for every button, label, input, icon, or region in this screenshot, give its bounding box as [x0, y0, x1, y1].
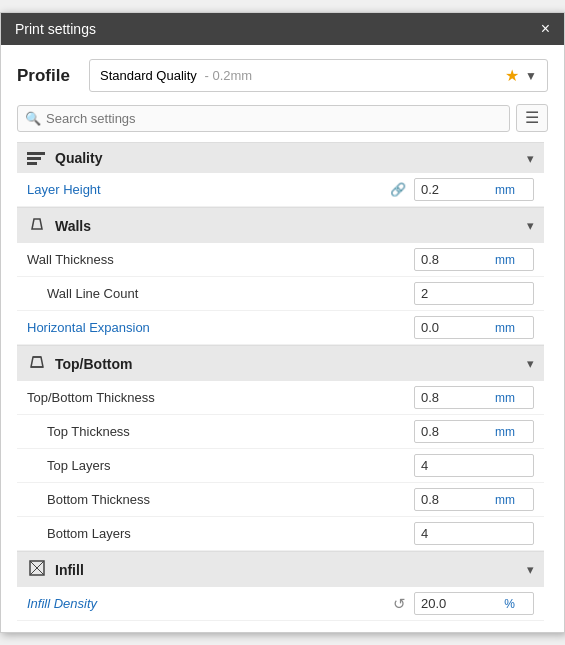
section-infill-header[interactable]: Infill ▾	[17, 551, 544, 587]
wall-thickness-input[interactable]	[415, 249, 495, 270]
horizontal-expansion-input-wrap: mm	[414, 316, 534, 339]
infill-chevron-icon: ▾	[527, 562, 534, 577]
setting-infill-density: Infill Density ↺ %	[17, 587, 544, 621]
bottom-layers-input[interactable]	[415, 523, 515, 544]
infill-icon	[27, 559, 47, 580]
infill-density-input-wrap: %	[414, 592, 534, 615]
setting-layer-height-label: Layer Height	[27, 182, 390, 197]
setting-horizontal-expansion-label: Horizontal Expansion	[27, 320, 414, 335]
profile-value-text: Standard Quality	[100, 68, 197, 83]
profile-row: Profile Standard Quality - 0.2mm ★ ▼	[17, 59, 548, 92]
topbottom-thickness-input[interactable]	[415, 387, 495, 408]
topbottom-chevron-icon: ▾	[527, 356, 534, 371]
bottom-layers-input-wrap	[414, 522, 534, 545]
content-area: Profile Standard Quality - 0.2mm ★ ▼ 🔍 ☰	[1, 45, 564, 632]
setting-topbottom-thickness: Top/Bottom Thickness mm	[17, 381, 544, 415]
wall-line-count-input[interactable]	[415, 283, 515, 304]
svg-marker-1	[31, 357, 43, 367]
setting-topbottom-thickness-label: Top/Bottom Thickness	[27, 390, 414, 405]
section-quality-title: Quality	[55, 150, 527, 166]
topbottom-thickness-input-wrap: mm	[414, 386, 534, 409]
setting-bottom-thickness-label: Bottom Thickness	[47, 492, 414, 507]
quality-icon	[27, 152, 47, 165]
walls-chevron-icon: ▾	[527, 218, 534, 233]
section-walls-header[interactable]: Walls ▾	[17, 207, 544, 243]
setting-wall-thickness-label: Wall Thickness	[27, 252, 414, 267]
profile-select[interactable]: Standard Quality - 0.2mm ★ ▼	[89, 59, 548, 92]
setting-layer-height: Layer Height 🔗 mm	[17, 173, 544, 207]
search-row: 🔍 ☰	[17, 104, 548, 132]
setting-bottom-layers: Bottom Layers	[17, 517, 544, 551]
infill-density-input[interactable]	[415, 593, 495, 614]
section-infill-title: Infill	[55, 562, 527, 578]
star-icon: ★	[505, 66, 519, 85]
bottom-thickness-unit: mm	[495, 490, 521, 510]
layer-height-input-wrap: mm	[414, 178, 534, 201]
top-thickness-unit: mm	[495, 422, 521, 442]
setting-top-layers: Top Layers	[17, 449, 544, 483]
bottom-thickness-input-wrap: mm	[414, 488, 534, 511]
search-input[interactable]	[17, 105, 510, 132]
layer-height-unit: mm	[495, 180, 521, 200]
walls-icon	[27, 215, 47, 236]
link-icon: 🔗	[390, 182, 406, 197]
topbottom-icon	[27, 353, 47, 374]
section-walls-title: Walls	[55, 218, 527, 234]
bottom-thickness-input[interactable]	[415, 489, 495, 510]
profile-value: Standard Quality - 0.2mm	[100, 68, 252, 83]
top-thickness-input[interactable]	[415, 421, 495, 442]
reset-icon[interactable]: ↺	[393, 595, 406, 613]
wall-thickness-unit: mm	[495, 250, 521, 270]
topbottom-thickness-unit: mm	[495, 388, 521, 408]
horizontal-expansion-input[interactable]	[415, 317, 495, 338]
wall-line-count-input-wrap	[414, 282, 534, 305]
search-wrap: 🔍	[17, 105, 510, 132]
print-settings-window: Print settings × Profile Standard Qualit…	[0, 12, 565, 633]
setting-wall-line-count-label: Wall Line Count	[47, 286, 414, 301]
profile-dim: - 0.2mm	[204, 68, 252, 83]
setting-wall-thickness: Wall Thickness mm	[17, 243, 544, 277]
wall-thickness-input-wrap: mm	[414, 248, 534, 271]
setting-wall-line-count: Wall Line Count	[17, 277, 544, 311]
profile-icons: ★ ▼	[505, 66, 537, 85]
top-layers-input[interactable]	[415, 455, 515, 476]
settings-scroll[interactable]: Quality ▾ Layer Height 🔗 mm Wall	[17, 142, 548, 622]
close-button[interactable]: ×	[541, 21, 550, 37]
profile-label: Profile	[17, 66, 77, 86]
setting-bottom-thickness: Bottom Thickness mm	[17, 483, 544, 517]
top-thickness-input-wrap: mm	[414, 420, 534, 443]
hamburger-button[interactable]: ☰	[516, 104, 548, 132]
infill-density-unit: %	[495, 594, 521, 614]
search-icon: 🔍	[25, 111, 41, 126]
quality-chevron-icon: ▾	[527, 151, 534, 166]
top-layers-input-wrap	[414, 454, 534, 477]
horizontal-expansion-unit: mm	[495, 318, 521, 338]
setting-horizontal-expansion: Horizontal Expansion mm	[17, 311, 544, 345]
section-topbottom-title: Top/Bottom	[55, 356, 527, 372]
section-quality-header[interactable]: Quality ▾	[17, 142, 544, 173]
setting-infill-density-label: Infill Density	[27, 596, 393, 611]
section-topbottom-header[interactable]: Top/Bottom ▾	[17, 345, 544, 381]
setting-top-thickness-label: Top Thickness	[47, 424, 414, 439]
setting-top-layers-label: Top Layers	[47, 458, 414, 473]
setting-top-thickness: Top Thickness mm	[17, 415, 544, 449]
setting-bottom-layers-label: Bottom Layers	[47, 526, 414, 541]
setting-infill-pattern: Infill Pattern Cubic ▾	[17, 621, 544, 622]
layer-height-input[interactable]	[415, 179, 495, 200]
chevron-down-icon: ▼	[525, 69, 537, 83]
window-title: Print settings	[15, 21, 96, 37]
svg-marker-0	[32, 219, 42, 229]
title-bar: Print settings ×	[1, 13, 564, 45]
